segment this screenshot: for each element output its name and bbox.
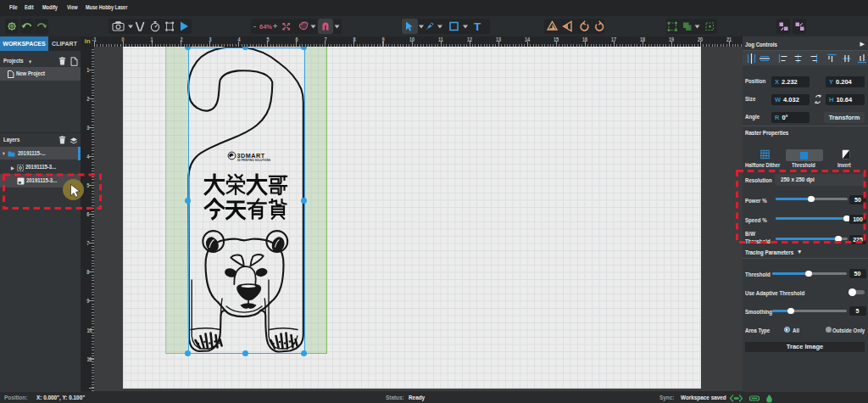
svg-text:T: T xyxy=(474,20,481,33)
svg-text:+: + xyxy=(273,22,277,31)
svg-text:-: - xyxy=(253,22,256,31)
svg-text:64%: 64% xyxy=(259,23,272,31)
